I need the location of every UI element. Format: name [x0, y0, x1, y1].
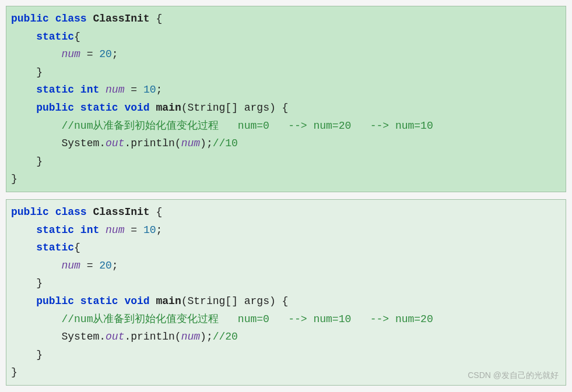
comment: //10: [213, 137, 238, 149]
system: System.: [61, 331, 106, 342]
keyword-static: static: [36, 242, 74, 253]
keyword-public: public: [36, 295, 74, 307]
system: System.: [61, 137, 106, 149]
keyword-static: static: [36, 31, 74, 43]
semi: ;: [112, 260, 118, 271]
eq: =: [80, 260, 99, 271]
brace: }: [11, 173, 17, 185]
class-name: ClassInit: [93, 206, 149, 218]
semi: ;: [112, 48, 118, 60]
keyword-int: int: [80, 84, 99, 96]
keyword-class: class: [55, 206, 87, 218]
brace: {: [74, 242, 80, 253]
keyword-static: static: [36, 84, 74, 96]
eq: =: [80, 48, 99, 60]
comment: //20: [213, 331, 238, 342]
params: (String[] args) {: [181, 102, 289, 114]
eq: =: [124, 224, 143, 236]
println: .println(: [124, 137, 181, 149]
semi: ;: [156, 224, 162, 236]
params: (String[] args) {: [181, 295, 289, 307]
semi: ;: [156, 84, 162, 96]
field-num: num: [181, 331, 200, 342]
keyword-static: static: [36, 224, 74, 236]
keyword-public: public: [11, 206, 49, 218]
brace: {: [150, 13, 163, 24]
keyword-void: void: [124, 102, 149, 114]
brace: }: [36, 277, 43, 289]
keyword-public: public: [11, 13, 49, 24]
method-main: main: [156, 102, 181, 114]
keyword-static: static: [80, 102, 118, 114]
brace: }: [36, 66, 43, 78]
field-out: out: [106, 331, 124, 342]
code-container: public class ClassInit { static{ num = 2…: [6, 6, 566, 386]
field-num: num: [61, 260, 80, 271]
keyword-int: int: [80, 224, 99, 236]
number: 10: [143, 84, 156, 96]
brace: }: [36, 156, 43, 167]
brace: {: [150, 206, 163, 218]
println: .println(: [124, 331, 181, 342]
brace: {: [74, 31, 80, 43]
number: 20: [99, 260, 112, 271]
comment: //num从准备到初始化值变化过程 num=0 --> num=10 --> n…: [61, 313, 433, 325]
comment: //num从准备到初始化值变化过程 num=0 --> num=20 --> n…: [61, 120, 433, 132]
watermark: CSDN @发自己的光就好: [468, 369, 559, 383]
field-num: num: [106, 224, 124, 236]
class-name: ClassInit: [93, 13, 149, 24]
keyword-class: class: [55, 13, 87, 24]
method-main: main: [156, 295, 181, 307]
code-block-1: public class ClassInit { static{ num = 2…: [6, 6, 566, 192]
close: );: [200, 137, 213, 149]
eq: =: [124, 84, 143, 96]
brace: }: [11, 366, 17, 378]
keyword-void: void: [124, 295, 149, 307]
brace: }: [36, 349, 43, 361]
field-out: out: [106, 137, 124, 149]
field-num: num: [106, 84, 124, 96]
number: 20: [99, 48, 112, 60]
field-num: num: [61, 48, 80, 60]
close: );: [200, 331, 213, 342]
code-block-2: public class ClassInit { static int num …: [6, 199, 566, 386]
field-num: num: [181, 137, 200, 149]
keyword-static: static: [80, 295, 118, 307]
keyword-public: public: [36, 102, 74, 114]
number: 10: [143, 224, 156, 236]
